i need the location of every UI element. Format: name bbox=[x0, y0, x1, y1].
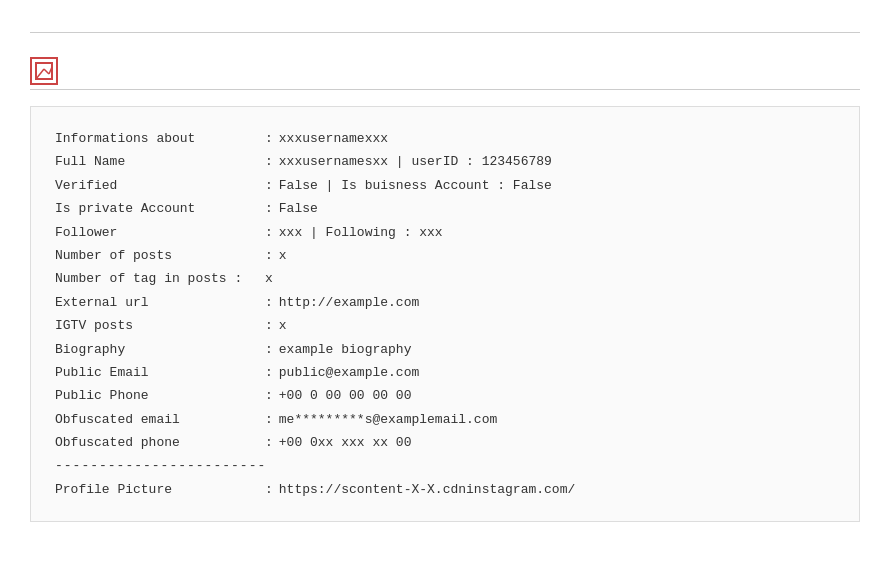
output-value: me*********s@examplemail.com bbox=[279, 408, 497, 431]
output-label: Obfuscated email bbox=[55, 408, 265, 431]
output-label: Biography bbox=[55, 338, 265, 361]
example-icon bbox=[30, 57, 58, 85]
output-label: Is private Account bbox=[55, 197, 265, 220]
output-label: Number of posts bbox=[55, 244, 265, 267]
svg-line-2 bbox=[44, 69, 49, 74]
output-row: Number of posts: x bbox=[55, 244, 835, 267]
output-label: Full Name bbox=[55, 150, 265, 173]
output-row: Public Email: public@example.com bbox=[55, 361, 835, 384]
output-row: Number of tag in posts : x bbox=[55, 267, 835, 290]
output-label: Verified bbox=[55, 174, 265, 197]
output-value: False bbox=[279, 197, 318, 220]
output-row: Obfuscated phone: +00 0xx xxx xx 00 bbox=[55, 431, 835, 454]
output-value: x bbox=[265, 267, 273, 290]
example-section-header bbox=[30, 57, 860, 85]
output-value: +00 0 00 00 00 00 bbox=[279, 384, 412, 407]
output-row: Obfuscated email: me*********s@examplema… bbox=[55, 408, 835, 431]
output-label: Profile Picture bbox=[55, 478, 265, 501]
chart-icon bbox=[35, 62, 53, 80]
top-divider bbox=[30, 32, 860, 33]
output-row: Follower: xxx | Following : xxx bbox=[55, 221, 835, 244]
output-row: Profile Picture: https://scontent-X-X.cd… bbox=[55, 478, 835, 501]
output-label: Obfuscated phone bbox=[55, 431, 265, 454]
output-value: x bbox=[279, 314, 287, 337]
output-value: x bbox=[279, 244, 287, 267]
output-label: Number of tag in posts : bbox=[55, 267, 265, 290]
output-label: IGTV posts bbox=[55, 314, 265, 337]
output-label: Informations about bbox=[55, 127, 265, 150]
output-row: Biography: example biography bbox=[55, 338, 835, 361]
output-row: Is private Account: False bbox=[55, 197, 835, 220]
output-value: public@example.com bbox=[279, 361, 419, 384]
output-row: Verified: False | Is buisness Account : … bbox=[55, 174, 835, 197]
output-label: External url bbox=[55, 291, 265, 314]
output-colon: : bbox=[265, 338, 273, 361]
output-value: xxxusernamexxx bbox=[279, 127, 388, 150]
output-value: https://scontent-X-X.cdninstagram.com/ bbox=[279, 478, 575, 501]
output-row: ------------------------ bbox=[55, 454, 835, 477]
output-colon: : bbox=[265, 408, 273, 431]
output-colon: : bbox=[265, 314, 273, 337]
output-colon: : bbox=[265, 361, 273, 384]
output-colon: : bbox=[265, 478, 273, 501]
output-row: External url: http://example.com bbox=[55, 291, 835, 314]
output-colon: : bbox=[265, 431, 273, 454]
output-colon: : bbox=[265, 291, 273, 314]
output-colon: : bbox=[265, 244, 273, 267]
output-colon: : bbox=[265, 384, 273, 407]
output-colon: : bbox=[265, 174, 273, 197]
output-row: Public Phone: +00 0 00 00 00 00 bbox=[55, 384, 835, 407]
output-box: Informations about: xxxusernamexxxFull N… bbox=[30, 106, 860, 522]
output-value: http://example.com bbox=[279, 291, 419, 314]
output-value: xxxusernamesxx | userID : 123456789 bbox=[279, 150, 552, 173]
output-label: Public Phone bbox=[55, 384, 265, 407]
output-value: False | Is buisness Account : False bbox=[279, 174, 552, 197]
output-colon: : bbox=[265, 221, 273, 244]
output-label: Public Email bbox=[55, 361, 265, 384]
section-divider bbox=[30, 89, 860, 90]
output-colon: : bbox=[265, 127, 273, 150]
svg-line-1 bbox=[36, 69, 44, 79]
output-colon: : bbox=[265, 197, 273, 220]
output-value: example biography bbox=[279, 338, 412, 361]
output-colon: : bbox=[265, 150, 273, 173]
output-value: +00 0xx xxx xx 00 bbox=[279, 431, 412, 454]
output-row: IGTV posts: x bbox=[55, 314, 835, 337]
output-label: Follower bbox=[55, 221, 265, 244]
output-value: xxx | Following : xxx bbox=[279, 221, 443, 244]
output-row: Full Name: xxxusernamesxx | userID : 123… bbox=[55, 150, 835, 173]
output-row: Informations about: xxxusernamexxx bbox=[55, 127, 835, 150]
